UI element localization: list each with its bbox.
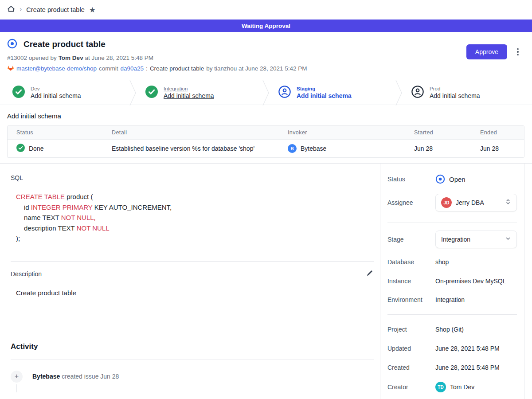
star-icon[interactable]: ★ — [89, 6, 96, 14]
stage-env-label: Staging — [297, 86, 352, 91]
environment-value: Integration — [435, 296, 465, 303]
task-status: Done — [29, 145, 43, 152]
description-label: Description — [11, 270, 42, 278]
commit-message: Create product table — [150, 65, 204, 72]
updated-value: June 28, 2021 5:48 PM — [435, 345, 500, 352]
issue-open-icon — [7, 39, 17, 51]
activity-item: + Bytebase created issue Jun 28 — [11, 371, 374, 383]
stage-task-label: Add initial schema — [31, 92, 81, 99]
stage-task-label: Add initial schema — [430, 92, 480, 99]
approval-banner: Waiting Approval — [0, 20, 532, 32]
description-text: Create product table — [16, 289, 374, 297]
home-icon[interactable] — [7, 5, 15, 15]
created-value: June 28, 2021 5:48 PM — [435, 364, 500, 371]
issue-id-text: #13002 opened by — [7, 55, 57, 61]
updated-label: Updated — [387, 345, 435, 352]
task-table-header: Status Detail Invoker Started Ended — [8, 126, 524, 140]
sql-keyword: NOT NULL, — [61, 214, 96, 221]
status-label: Status — [387, 176, 435, 183]
divider — [387, 223, 517, 223]
project-value[interactable]: Shop (Git) — [435, 326, 464, 333]
more-actions-icon[interactable] — [512, 47, 523, 58]
stage-value: Integration — [441, 236, 470, 243]
divider — [11, 261, 374, 262]
creator-label: Creator — [387, 383, 435, 391]
check-circle-icon — [12, 86, 25, 100]
pencil-icon — [366, 271, 373, 278]
instance-label: Instance — [387, 278, 435, 285]
invoker-avatar: B — [288, 144, 297, 153]
chevron-right-icon: › — [20, 6, 22, 14]
sql-text: product ( — [65, 193, 93, 200]
table-row[interactable]: Done Established baseline version %s for… — [8, 140, 524, 157]
assignee-select[interactable]: JD Jerry DBA — [435, 194, 517, 211]
divider — [387, 314, 517, 315]
timeline-line — [16, 384, 17, 392]
database-value: shop — [435, 258, 449, 266]
person-circle-icon — [411, 86, 424, 100]
branch-repo-link[interactable]: master@bytebase-demo/shop — [16, 65, 97, 72]
stage-env-label: Prod — [430, 86, 480, 91]
issue-author: Tom Dev — [59, 55, 83, 61]
created-label: Created — [387, 364, 435, 371]
edit-description-button[interactable] — [365, 269, 374, 279]
colon: : — [146, 65, 148, 72]
status-value: Open — [449, 176, 466, 183]
sql-text: id — [24, 203, 31, 211]
task-section: Add initial schema Status Detail Invoker… — [0, 105, 532, 163]
issue-meta: #13002 opened by Tom Dev at June 28, 202… — [7, 55, 521, 61]
task-ended: Jun 28 — [480, 145, 499, 152]
assignee-value: Jerry DBA — [456, 199, 484, 206]
instance-value: On-premises Dev MySQL — [435, 278, 506, 285]
stage-env-label: Dev — [31, 86, 81, 91]
col-ended: Ended — [471, 129, 524, 136]
creator-avatar: TD — [435, 382, 446, 392]
task-started: Jun 28 — [414, 145, 433, 152]
issue-header: Create product table Approve #13002 open… — [0, 32, 532, 80]
col-invoker: Invoker — [279, 129, 405, 136]
divider — [11, 360, 374, 360]
plus-icon: + — [11, 371, 23, 383]
sql-text: description TEXT — [24, 224, 77, 232]
commit-sha-link[interactable]: da90a25 — [121, 65, 144, 72]
col-detail: Detail — [103, 129, 279, 136]
gitlab-icon — [7, 64, 14, 73]
commit-byline: by tianzhou at June 28, 2021 5:42 PM — [206, 65, 307, 72]
environment-label: Environment — [387, 296, 435, 303]
assignee-avatar: JD — [441, 197, 452, 208]
stage-select[interactable]: Integration — [435, 231, 517, 248]
main-column: SQL CREATE TABLE product (id INTEGER PRI… — [0, 164, 380, 399]
creator-value: Tom Dev — [450, 383, 474, 391]
sql-text: KEY AUTO_INCREMENT, — [92, 203, 172, 211]
page-title: Create product table — [23, 39, 106, 49]
sql-label: SQL — [11, 174, 374, 181]
issue-opened-at: at June 28, 2021 5:48 PM — [85, 55, 153, 61]
task-table: Status Detail Invoker Started Ended Done… — [7, 125, 524, 158]
breadcrumb-page-title[interactable]: Create product table — [26, 6, 84, 13]
task-detail: Established baseline version %s for data… — [112, 145, 254, 152]
activity-action: created issue Jun 28 — [62, 373, 119, 380]
approve-button[interactable]: Approve — [466, 44, 507, 59]
project-label: Project — [387, 326, 435, 333]
sql-keyword: INTEGER PRIMARY — [31, 203, 93, 211]
issue-sidebar: Status Open Assignee JD Jerry DBA Stage — [380, 164, 524, 399]
breadcrumb: › Create product table ★ — [0, 0, 532, 20]
stage-integration[interactable]: Integration Add initial schema — [133, 80, 266, 105]
sql-keyword: NOT NULL — [77, 224, 110, 232]
task-invoker: Bytebase — [301, 145, 326, 152]
stage-staging[interactable]: Staging Add initial schema — [266, 80, 399, 105]
person-circle-icon — [278, 86, 291, 100]
activity-actor: Bytebase — [32, 373, 60, 380]
col-status: Status — [8, 129, 103, 136]
chevron-down-icon — [505, 235, 511, 243]
up-down-chevron-icon — [505, 198, 511, 207]
status-open-icon — [435, 174, 445, 184]
sql-keyword: CREATE TABLE — [16, 193, 65, 200]
done-check-icon — [16, 144, 25, 153]
commit-word: commit — [99, 65, 118, 72]
stage-dev[interactable]: Dev Add initial schema — [0, 80, 133, 105]
sql-text: name TEXT — [24, 214, 61, 221]
stage-task-label: Add initial schema — [297, 92, 352, 99]
stage-prod[interactable]: Prod Add initial schema — [399, 80, 532, 105]
pipeline: Dev Add initial schema Integration Add i… — [0, 80, 532, 105]
